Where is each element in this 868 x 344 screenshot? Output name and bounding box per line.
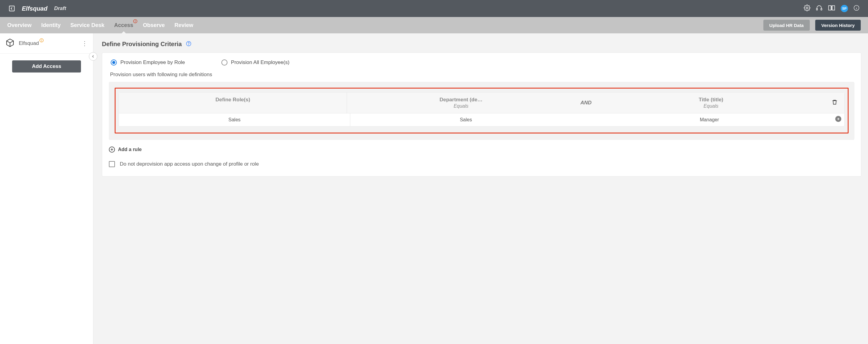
rules-header: Define Role(s) Department (de… Equals AN… bbox=[119, 93, 844, 113]
title-header-label: Title (title) bbox=[599, 97, 823, 103]
tab-review[interactable]: Review bbox=[175, 17, 193, 33]
radio-unselected-icon bbox=[221, 59, 227, 65]
department-operator: Equals bbox=[349, 103, 572, 109]
warning-badge-icon bbox=[39, 38, 44, 44]
radio-by-role-label: Provision Employee by Role bbox=[120, 59, 185, 65]
col-role-header: Define Role(s) bbox=[119, 93, 347, 113]
department-header-label: Department (de… bbox=[349, 97, 572, 103]
info-icon[interactable] bbox=[854, 5, 860, 12]
section-title: Define Provisioning Criteria bbox=[102, 41, 182, 48]
draft-status: Draft bbox=[54, 5, 66, 11]
headset-icon[interactable] bbox=[816, 5, 823, 12]
tab-overview[interactable]: Overview bbox=[7, 17, 32, 33]
cell-department[interactable]: Sales bbox=[350, 114, 581, 126]
rules-row: Sales Sales Manager + bbox=[119, 113, 844, 126]
role-header-label: Define Role(s) bbox=[121, 97, 344, 103]
sidebar-button-wrap: Add Access bbox=[0, 54, 93, 79]
title-operator: Equals bbox=[599, 103, 823, 109]
user-avatar[interactable]: SP bbox=[841, 5, 848, 12]
tab-strip: Overview Identity Service Desk Access Ob… bbox=[0, 17, 868, 33]
logic-spacer bbox=[581, 114, 594, 126]
cell-actions: + bbox=[825, 114, 844, 126]
sidebar-app-name: Elfsquad bbox=[19, 40, 39, 46]
sidebar-app-row[interactable]: Elfsquad ⋮ bbox=[0, 33, 93, 54]
add-rule-button[interactable]: + Add a rule bbox=[109, 147, 854, 153]
radio-provision-all[interactable]: Provision All Employee(s) bbox=[221, 59, 290, 65]
tab-access-label: Access bbox=[114, 22, 133, 28]
rules-highlight: Define Role(s) Department (de… Equals AN… bbox=[115, 88, 848, 133]
col-department-header: Department (de… Equals bbox=[347, 93, 575, 113]
sidebar: Elfsquad ⋮ Add Access bbox=[0, 33, 93, 344]
col-title-header: Title (title) Equals bbox=[597, 93, 825, 113]
svg-point-9 bbox=[135, 22, 135, 22]
cell-title[interactable]: Manager bbox=[594, 114, 825, 126]
radio-provision-by-role[interactable]: Provision Employee by Role bbox=[111, 59, 185, 65]
deprovision-checkbox-row[interactable]: Do not deprovision app access upon chang… bbox=[109, 161, 854, 167]
provision-radio-row: Provision Employee by Role Provision All… bbox=[111, 59, 854, 65]
section-title-row: Define Provisioning Criteria bbox=[102, 41, 861, 48]
radio-all-label: Provision All Employee(s) bbox=[231, 59, 290, 65]
svg-point-12 bbox=[41, 41, 42, 41]
main-content: Define Provisioning Criteria Provision E… bbox=[93, 33, 868, 344]
criteria-panel: Provision Employee by Role Provision All… bbox=[102, 53, 861, 177]
tab-observe[interactable]: Observe bbox=[143, 17, 165, 33]
add-access-button[interactable]: Add Access bbox=[12, 60, 81, 72]
cube-icon bbox=[5, 38, 14, 49]
radio-selected-icon bbox=[111, 59, 117, 65]
plus-circle-icon: + bbox=[109, 147, 115, 153]
collapse-sidebar-button[interactable] bbox=[89, 52, 97, 61]
sidebar-app-name-text: Elfsquad bbox=[19, 40, 39, 46]
tab-strip-actions: Upload HR Data Version History bbox=[763, 20, 861, 31]
kebab-menu-icon[interactable]: ⋮ bbox=[82, 40, 88, 47]
tab-access[interactable]: Access bbox=[114, 17, 133, 33]
top-bar-left: Elfsquad Draft bbox=[8, 5, 66, 12]
add-rule-label: Add a rule bbox=[118, 147, 142, 152]
book-icon[interactable] bbox=[828, 5, 835, 12]
rule-caption: Provision users with following rule defi… bbox=[110, 71, 854, 77]
body: Elfsquad ⋮ Add Access Define Provisionin… bbox=[0, 33, 868, 344]
alert-icon bbox=[133, 19, 137, 23]
back-icon[interactable] bbox=[8, 5, 15, 12]
rules-container: Define Role(s) Department (de… Equals AN… bbox=[109, 82, 854, 140]
svg-rect-3 bbox=[821, 8, 822, 10]
svg-rect-2 bbox=[816, 8, 818, 10]
top-bar: Elfsquad Draft SP bbox=[0, 0, 868, 17]
rules-card: Define Role(s) Department (de… Equals AN… bbox=[119, 92, 845, 126]
logic-operator: AND bbox=[575, 93, 597, 113]
checkbox-unchecked-icon[interactable] bbox=[109, 161, 115, 167]
version-history-button[interactable]: Version History bbox=[815, 20, 861, 31]
deprovision-checkbox-label: Do not deprovision app access upon chang… bbox=[120, 161, 259, 167]
tab-identity[interactable]: Identity bbox=[41, 17, 61, 33]
col-actions bbox=[825, 93, 844, 113]
brand-name: Elfsquad bbox=[22, 5, 47, 12]
svg-point-1 bbox=[806, 7, 808, 9]
tabs: Overview Identity Service Desk Access Ob… bbox=[7, 17, 193, 33]
svg-rect-0 bbox=[9, 6, 14, 11]
add-condition-icon[interactable]: + bbox=[835, 116, 841, 122]
help-icon[interactable] bbox=[186, 41, 191, 48]
tab-service-desk[interactable]: Service Desk bbox=[70, 17, 104, 33]
svg-point-14 bbox=[189, 44, 189, 45]
settings-gear-icon[interactable] bbox=[804, 5, 810, 12]
upload-hr-data-button[interactable]: Upload HR Data bbox=[763, 20, 810, 31]
top-bar-right: SP bbox=[804, 5, 860, 12]
trash-icon[interactable] bbox=[832, 99, 838, 106]
cell-role[interactable]: Sales bbox=[119, 114, 350, 126]
